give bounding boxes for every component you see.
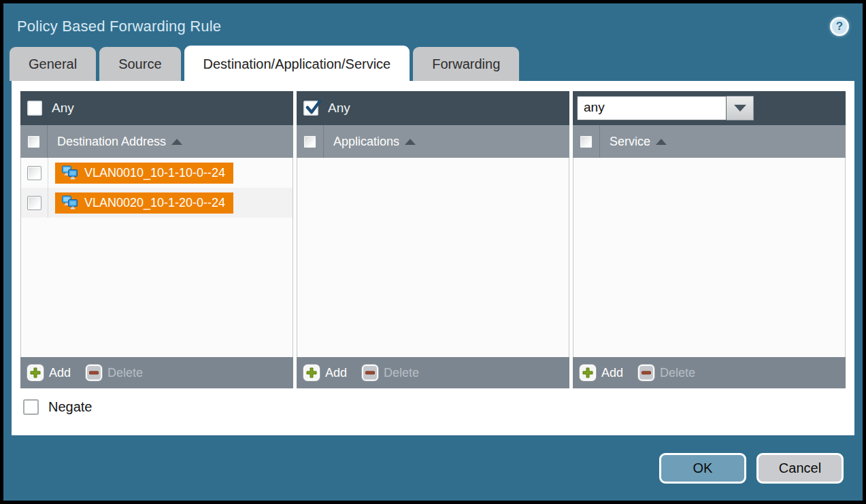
- add-label: Add: [601, 366, 623, 380]
- service-dropdown-bar: any: [573, 91, 846, 125]
- service-list: [573, 158, 846, 357]
- policy-based-forwarding-rule-dialog: Policy Based Forwarding Rule ? General S…: [0, 0, 866, 504]
- address-label: VLAN0020_10-1-20-0--24: [84, 196, 225, 210]
- destination-header-text: Destination Address: [57, 135, 166, 149]
- applications-header-label[interactable]: Applications: [333, 135, 416, 149]
- ok-button[interactable]: OK: [659, 453, 746, 484]
- add-button[interactable]: Add: [580, 365, 623, 381]
- address-chip[interactable]: VLAN0020_10-1-20-0--24: [55, 192, 233, 214]
- address-label: VLAN0010_10-1-10-0--24: [84, 166, 225, 180]
- add-button[interactable]: Add: [303, 365, 347, 381]
- applications-header-text: Applications: [333, 135, 399, 149]
- service-toolbar: Add Delete: [573, 357, 846, 388]
- applications-toolbar: Add Delete: [297, 357, 569, 388]
- service-header-text: Service: [610, 135, 650, 149]
- address-chip[interactable]: VLAN0010_10-1-10-0--24: [55, 163, 233, 184]
- panel-service: any Service: [573, 91, 846, 388]
- dropdown-value[interactable]: any: [577, 96, 727, 120]
- destination-list: VLAN0010_10-1-10-0--24: [20, 158, 293, 357]
- service-column-header: Service: [573, 125, 846, 158]
- checkmark-icon: [305, 99, 322, 117]
- title-bar: Policy Based Forwarding Rule ?: [3, 3, 863, 46]
- service-select-all-checkbox[interactable]: [580, 135, 593, 148]
- delete-button[interactable]: Delete: [86, 365, 143, 381]
- delete-icon: [86, 365, 102, 381]
- dialog-footer: OK Cancel: [3, 435, 863, 501]
- add-button[interactable]: Add: [27, 365, 71, 381]
- applications-header-checkbox-cell: [297, 125, 324, 158]
- applications-list: [297, 158, 569, 357]
- columns-container: Any Destination Address: [20, 91, 846, 388]
- network-icon: [61, 165, 78, 181]
- delete-button[interactable]: Delete: [638, 365, 695, 381]
- network-icon: [61, 195, 78, 211]
- destination-header-checkbox-cell: [20, 125, 48, 158]
- negate-checkbox[interactable]: [23, 399, 39, 415]
- delete-icon: [638, 365, 654, 381]
- destination-any-checkbox[interactable]: [27, 101, 42, 116]
- service-any-dropdown[interactable]: any: [577, 96, 754, 120]
- row-checkbox-cell: [21, 158, 48, 188]
- add-icon: [580, 365, 596, 381]
- negate-label: Negate: [48, 399, 93, 415]
- sort-ascending-icon: [405, 139, 416, 145]
- tab-content-panel: Any Destination Address: [12, 81, 854, 435]
- row-checkbox[interactable]: [27, 196, 41, 210]
- help-icon[interactable]: ?: [830, 17, 849, 36]
- delete-button[interactable]: Delete: [362, 365, 419, 381]
- page-title: Policy Based Forwarding Rule: [17, 18, 221, 35]
- delete-icon: [362, 365, 378, 381]
- destination-select-all-checkbox[interactable]: [27, 135, 40, 148]
- tab-forwarding[interactable]: Forwarding: [413, 47, 519, 81]
- destination-column-header: Destination Address: [20, 125, 293, 158]
- applications-any-bar: Any: [297, 91, 569, 125]
- applications-any-checkbox[interactable]: [303, 101, 318, 116]
- add-label: Add: [325, 366, 347, 380]
- panel-applications: Any Applications: [297, 91, 569, 388]
- chevron-down-icon: [734, 105, 746, 112]
- row-checkbox[interactable]: [27, 166, 41, 180]
- dropdown-arrow-button[interactable]: [727, 96, 754, 120]
- table-row[interactable]: VLAN0020_10-1-20-0--24: [21, 188, 293, 218]
- tab-bar: General Source Destination/Application/S…: [3, 46, 863, 81]
- destination-any-label: Any: [52, 101, 74, 116]
- table-row[interactable]: VLAN0010_10-1-10-0--24: [21, 158, 293, 188]
- delete-label: Delete: [107, 366, 143, 380]
- add-icon: [27, 365, 44, 381]
- sort-ascending-icon: [656, 139, 667, 145]
- service-header-label[interactable]: Service: [610, 135, 667, 149]
- sort-ascending-icon: [171, 139, 182, 145]
- panel-destination-address: Any Destination Address: [20, 91, 293, 388]
- negate-row: Negate: [23, 399, 846, 415]
- tab-destination-application-service[interactable]: Destination/Application/Service: [184, 46, 410, 81]
- destination-toolbar: Add Delete: [20, 357, 293, 388]
- applications-select-all-checkbox[interactable]: [303, 135, 316, 148]
- destination-header-label[interactable]: Destination Address: [57, 135, 182, 149]
- delete-label: Delete: [384, 366, 419, 380]
- service-header-checkbox-cell: [573, 125, 600, 158]
- delete-label: Delete: [660, 366, 695, 380]
- cancel-button[interactable]: Cancel: [756, 453, 844, 484]
- applications-any-label: Any: [328, 101, 350, 116]
- destination-any-bar: Any: [20, 91, 293, 125]
- tab-general[interactable]: General: [10, 47, 96, 81]
- applications-column-header: Applications: [297, 125, 569, 158]
- add-label: Add: [49, 366, 71, 380]
- tab-source[interactable]: Source: [99, 47, 180, 81]
- add-icon: [303, 365, 320, 381]
- row-checkbox-cell: [21, 188, 48, 218]
